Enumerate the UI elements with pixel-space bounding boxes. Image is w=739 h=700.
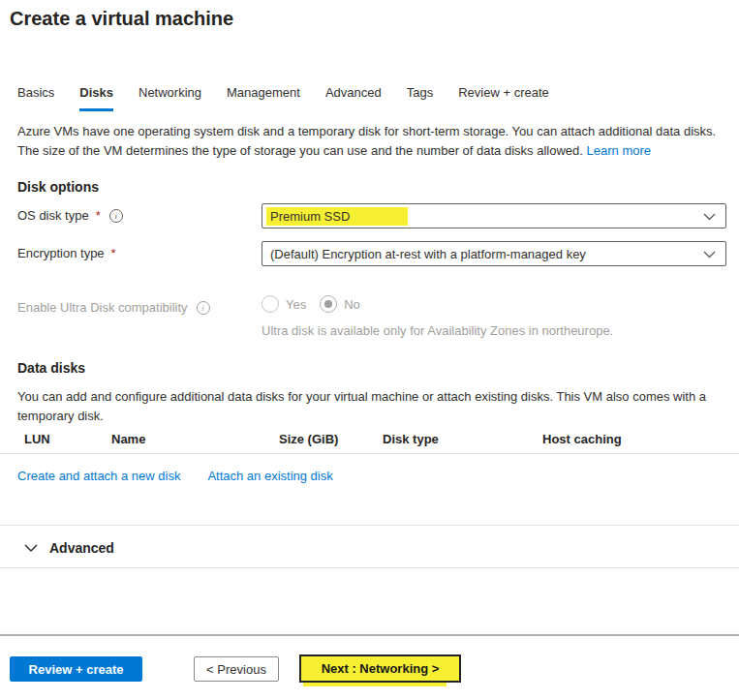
encryption-type-value: (Default) Encryption at-rest with a plat… [270,247,586,261]
disk-options-heading: Disk options [17,179,99,195]
intro-text: Azure VMs have one operating system disk… [17,122,734,160]
chevron-down-icon [703,213,716,221]
attach-existing-disk-link[interactable]: Attach an existing disk [207,469,332,483]
review-create-button[interactable]: Review + create [10,656,142,682]
data-disks-description: You can add and configure additional dat… [17,387,724,425]
footer-divider [0,634,739,636]
learn-more-link[interactable]: Learn more [587,143,651,158]
table-divider [0,453,739,454]
data-disks-heading: Data disks [17,360,85,376]
ultra-disk-radio-group: Yes No [262,295,360,313]
encryption-type-select[interactable]: (Default) Encryption at-rest with a plat… [262,241,726,266]
os-disk-type-value: Premium SSD [266,207,408,226]
column-header-lun: LUN [24,432,111,446]
data-disks-table-header: LUN Name Size (GiB) Disk type Host cachi… [0,432,739,446]
encryption-type-label-text: Encryption type [17,246,105,260]
column-header-disk-type: Disk type [383,432,542,446]
required-asterisk: * [96,208,101,223]
radio-circle-no[interactable] [320,295,337,313]
ultra-disk-label-text: Enable Ultra Disk compatibility [17,300,188,315]
section-divider [0,525,739,526]
radio-circle-yes[interactable] [262,295,279,313]
next-networking-button[interactable]: Next : Networking > [299,654,461,683]
tab-bar: Basics Disks Networking Management Advan… [17,85,549,111]
radio-no-label: No [344,297,360,312]
tab-review-create[interactable]: Review + create [458,85,549,111]
radio-yes-label: Yes [286,297,306,312]
advanced-expander[interactable]: Advanced [24,540,114,556]
create-vm-page: Create a virtual machine Basics Disks Ne… [0,0,739,700]
ultra-disk-hint: Ultra disk is available only for Availab… [262,323,613,338]
previous-button[interactable]: < Previous [194,656,279,682]
footer-bar: Review + create < Previous Next : Networ… [0,654,739,687]
tab-networking[interactable]: Networking [139,85,201,111]
chevron-down-icon [24,544,38,553]
info-icon[interactable]: i [109,209,123,223]
section-divider [0,567,739,568]
tab-disks[interactable]: Disks [79,85,113,111]
chevron-down-icon [703,251,716,259]
column-header-name: Name [111,432,279,446]
tab-tags[interactable]: Tags [407,85,433,111]
tab-basics[interactable]: Basics [17,85,54,111]
tab-management[interactable]: Management [227,85,300,111]
os-disk-type-label: OS disk type * i [17,208,123,223]
required-asterisk: * [111,246,116,260]
create-attach-new-disk-link[interactable]: Create and attach a new disk [17,469,180,483]
column-header-size: Size (GiB) [279,432,383,446]
column-header-host-caching: Host caching [542,432,739,446]
data-disk-links: Create and attach a new disk Attach an e… [17,469,333,483]
info-icon[interactable]: i [197,301,210,315]
highlight-smear [303,683,446,686]
advanced-label: Advanced [49,540,114,556]
encryption-type-label: Encryption type * [17,246,116,260]
os-disk-type-label-text: OS disk type [17,208,89,223]
radio-no[interactable]: No [320,295,360,313]
os-disk-type-select[interactable]: Premium SSD [262,203,726,228]
ultra-disk-label: Enable Ultra Disk compatibility i [17,300,210,315]
tab-advanced[interactable]: Advanced [325,85,382,111]
radio-yes[interactable]: Yes [262,295,306,313]
page-title: Create a virtual machine [10,8,233,30]
